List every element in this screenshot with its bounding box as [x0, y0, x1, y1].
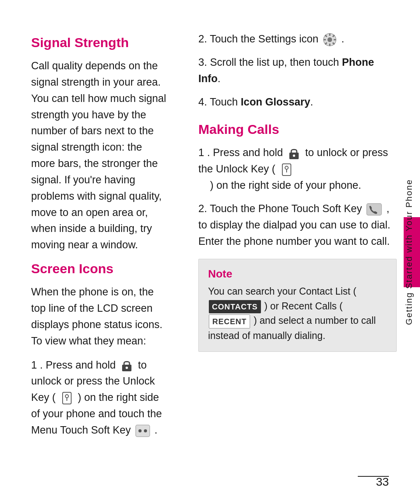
signal-strength-title: Signal Strength [31, 35, 167, 50]
left-step1-text: 1 . Press and hold to unlock or press th… [31, 359, 162, 436]
signal-strength-body: Call quality depends on the signal stren… [31, 58, 167, 253]
svg-point-3 [65, 395, 68, 398]
svg-rect-23 [367, 204, 382, 215]
phone-soft-key-icon [366, 203, 382, 216]
contacts-badge: CONTACTS [209, 300, 261, 313]
sidebar-tab: Getting Started with Your Phone [398, 0, 420, 504]
svg-point-7 [144, 429, 147, 432]
right-step4-bold: Icon Glossary [241, 96, 310, 108]
unlock-key-icon [60, 392, 74, 405]
screen-icons-title: Screen Icons [31, 261, 167, 276]
svg-point-19 [293, 155, 295, 157]
screen-icons-body: When the phone is on, the top line of th… [31, 284, 167, 349]
mc-step-2: 2. Touch the Phone Touch Soft Key , to d… [198, 201, 397, 250]
right-step-4: 4. Touch Icon Glossary. [198, 94, 397, 111]
right-step-2: 2. Touch the Settings icon [198, 31, 397, 47]
mc-step-1: 1 . Press and hold to unlock or press th… [198, 145, 397, 194]
recent-badge: RECENT [209, 314, 250, 328]
right-step-3: 3. Scroll the list up, then touch Phone … [198, 54, 397, 87]
note-title: Note [208, 268, 387, 280]
svg-point-21 [285, 166, 288, 169]
svg-point-6 [138, 429, 142, 432]
svg-rect-5 [136, 425, 150, 437]
note-box: Note You can search your Contact List ( … [198, 259, 397, 352]
left-step-1: 1 . Press and hold to unlock or press th… [31, 357, 167, 439]
menu-dots-icon [135, 425, 150, 437]
note-text: You can search your Contact List ( CONTA… [208, 284, 387, 343]
svg-point-1 [126, 367, 128, 369]
page-number: 33 [376, 475, 389, 488]
making-calls-title: Making Calls [198, 122, 397, 137]
sidebar-label: Getting Started with Your Phone [404, 175, 415, 329]
mc-lock-icon [287, 147, 301, 160]
svg-point-9 [327, 37, 332, 42]
mc-unlock-key-icon [280, 163, 293, 176]
gear-icon [323, 33, 337, 47]
lock-icon [120, 359, 133, 372]
